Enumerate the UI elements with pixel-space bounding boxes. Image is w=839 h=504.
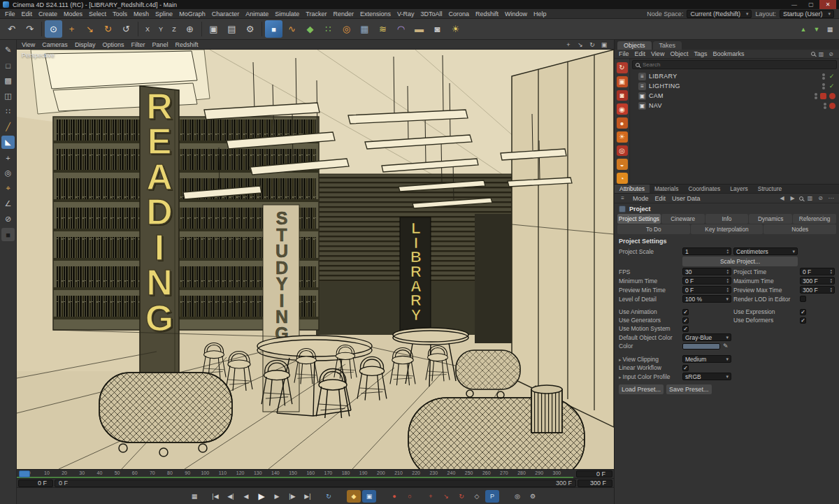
next-frame-icon[interactable]: ▶ bbox=[270, 490, 284, 503]
project-scale-unit-dropdown[interactable]: Centimeters bbox=[733, 247, 798, 255]
default-object-color-dropdown[interactable]: Gray-Blue bbox=[682, 333, 731, 341]
enabled-check-icon[interactable]: ✓ bbox=[828, 73, 836, 80]
coordinate-system-icon[interactable]: ⊕ bbox=[181, 20, 199, 38]
viewport-camera-label[interactable]: Perspective bbox=[22, 52, 55, 59]
redshift-environment-icon[interactable]: ◎ bbox=[617, 145, 628, 157]
tab-referencing[interactable]: Referencing bbox=[793, 214, 836, 224]
light-icon[interactable]: ☀ bbox=[447, 20, 464, 38]
menu-vray[interactable]: V-Ray bbox=[397, 10, 415, 17]
scale-tool-icon[interactable]: ↘ bbox=[81, 20, 99, 38]
record-parameter-icon[interactable]: ◇ bbox=[470, 490, 484, 503]
menu-extensions[interactable]: Extensions bbox=[360, 10, 391, 17]
linear-workflow-checkbox[interactable]: ✓ bbox=[682, 365, 689, 371]
mograph-icon[interactable]: ∷ bbox=[320, 20, 337, 38]
tab-takes[interactable]: Takes bbox=[653, 41, 682, 50]
tab-dynamics[interactable]: Dynamics bbox=[749, 214, 792, 224]
range-start-field[interactable]: 0 F bbox=[18, 480, 53, 487]
record-scale-icon[interactable]: ↘ bbox=[439, 490, 453, 503]
preview-min-field[interactable]: 0 F▴▾ bbox=[682, 286, 731, 294]
timeline-playhead[interactable] bbox=[19, 470, 30, 477]
redshift-render-icon[interactable]: ↻ bbox=[617, 62, 628, 73]
record-position-icon[interactable]: + bbox=[424, 490, 438, 503]
points-mode-icon[interactable]: ∷ bbox=[1, 105, 15, 118]
maximum-time-field[interactable]: 300 F▴▾ bbox=[800, 277, 835, 285]
model-mode-icon[interactable]: □ bbox=[1, 59, 15, 72]
tab-cineware[interactable]: Cineware bbox=[661, 214, 705, 224]
tab-structure[interactable]: Structure bbox=[753, 185, 787, 193]
current-frame-field[interactable]: 0 F bbox=[576, 470, 612, 477]
vp-menu-panel[interactable]: Panel bbox=[152, 41, 168, 48]
expander-icon[interactable]: ▸ bbox=[619, 375, 622, 380]
view-pan-icon[interactable]: + bbox=[564, 41, 573, 48]
menu-edit[interactable]: Edit bbox=[22, 10, 33, 17]
mode-menu[interactable]: Mode bbox=[633, 195, 649, 202]
level-of-detail-dropdown[interactable]: 100 % bbox=[682, 295, 731, 303]
project-scale-field[interactable]: 1▴▾ bbox=[682, 247, 731, 255]
spline-pen-icon[interactable]: ∿ bbox=[283, 20, 301, 38]
camera-icon[interactable]: ◙ bbox=[429, 20, 446, 38]
lock-y-axis-icon[interactable]: Y bbox=[155, 23, 167, 36]
environment-icon[interactable]: ▬ bbox=[410, 20, 428, 38]
texture-mode-icon[interactable]: ▩ bbox=[1, 74, 15, 87]
vp-menu-display[interactable]: Display bbox=[75, 41, 96, 48]
visibility-toggles[interactable] bbox=[824, 103, 826, 109]
snap-toggle-icon[interactable]: ⌖ bbox=[1, 182, 15, 195]
goto-start-icon[interactable]: |◀ bbox=[208, 490, 222, 503]
autokey-icon[interactable]: ● bbox=[387, 490, 401, 503]
record-rotation-icon[interactable]: ↻ bbox=[454, 490, 468, 503]
nav-back-icon[interactable]: ◀ bbox=[778, 195, 786, 202]
menu-create[interactable]: Create bbox=[38, 10, 57, 17]
workplane-mode-icon[interactable]: ◫ bbox=[1, 89, 15, 103]
record-keyframe-icon[interactable]: ◆ bbox=[347, 490, 361, 503]
lock-axes-icon[interactable]: ⊘ bbox=[1, 213, 15, 226]
om-menu-view[interactable]: View bbox=[651, 50, 664, 57]
use-deformers-checkbox[interactable]: ✓ bbox=[800, 317, 806, 324]
fps-field[interactable]: 30▴▾ bbox=[682, 268, 731, 275]
display-filter-icon[interactable]: ■ bbox=[1, 228, 15, 241]
tree-item-library[interactable]: ≡ LIBRARY ✓ bbox=[631, 71, 838, 81]
menu-simulate[interactable]: Simulate bbox=[275, 10, 299, 17]
render-picture-viewer-icon[interactable]: ▤ bbox=[223, 20, 241, 38]
add-cube-icon[interactable]: ■ bbox=[265, 20, 282, 38]
attr-filter-icon[interactable]: ▥ bbox=[806, 195, 814, 202]
render-settings-icon[interactable]: ⚙ bbox=[241, 20, 259, 38]
attr-more-icon[interactable]: ⋯ bbox=[827, 195, 835, 202]
redshift-light-icon[interactable]: ● bbox=[617, 117, 628, 129]
input-color-profile-dropdown[interactable]: sRGB bbox=[682, 373, 731, 380]
deformers-icon[interactable]: ◠ bbox=[392, 20, 410, 38]
menu-help[interactable]: Help bbox=[533, 10, 547, 17]
load-preset-button[interactable]: Load Preset... bbox=[619, 384, 664, 394]
menu-render[interactable]: Render bbox=[333, 10, 354, 17]
tab-info[interactable]: Info bbox=[705, 214, 749, 224]
project-time-field[interactable]: 0 F▴▾ bbox=[800, 268, 835, 275]
last-tool-icon[interactable]: ↺ bbox=[117, 20, 135, 38]
enabled-check-icon[interactable]: ✓ bbox=[828, 82, 836, 89]
preview-max-field[interactable]: 300 F▴▾ bbox=[800, 286, 835, 294]
live-selection-icon[interactable]: ⊙ bbox=[45, 20, 62, 38]
goto-end-icon[interactable]: ▶| bbox=[301, 490, 315, 503]
tab-project-settings[interactable]: Project Settings bbox=[617, 214, 661, 224]
menu-file[interactable]: File bbox=[5, 10, 15, 17]
om-filter-icon[interactable]: ▥ bbox=[817, 50, 825, 57]
visibility-toggles[interactable] bbox=[822, 83, 825, 89]
om-menu-object[interactable]: Object bbox=[670, 50, 688, 57]
visibility-toggles[interactable] bbox=[822, 73, 825, 80]
om-menu-file[interactable]: File bbox=[619, 50, 629, 57]
burger-menu-icon[interactable]: ≡ bbox=[619, 195, 626, 202]
layout-dropdown[interactable]: Startup (User) bbox=[780, 10, 834, 18]
enable-axis-icon[interactable]: + bbox=[1, 151, 15, 164]
redshift-camera-tag-icon[interactable] bbox=[820, 93, 826, 99]
play-button-icon[interactable]: ▶ bbox=[254, 490, 268, 503]
om-lock-icon[interactable]: ⊘ bbox=[827, 50, 835, 57]
scale-project-button[interactable]: Scale Project... bbox=[682, 257, 798, 266]
om-menu-edit[interactable]: Edit bbox=[635, 50, 646, 57]
view-clipping-dropdown[interactable]: Medium bbox=[682, 355, 731, 363]
use-expression-checkbox[interactable]: ✓ bbox=[800, 309, 806, 315]
record-pla-icon[interactable]: P bbox=[485, 490, 499, 503]
toolbar-overflow-up-icon[interactable]: ▲ bbox=[797, 23, 810, 36]
maximize-button[interactable]: ▢ bbox=[803, 0, 819, 9]
redshift-tag-icon[interactable] bbox=[829, 93, 836, 99]
om-search-icon[interactable] bbox=[811, 52, 815, 56]
view-toggle-icon[interactable]: ▣ bbox=[599, 41, 609, 48]
use-generators-checkbox[interactable]: ✓ bbox=[682, 317, 689, 324]
